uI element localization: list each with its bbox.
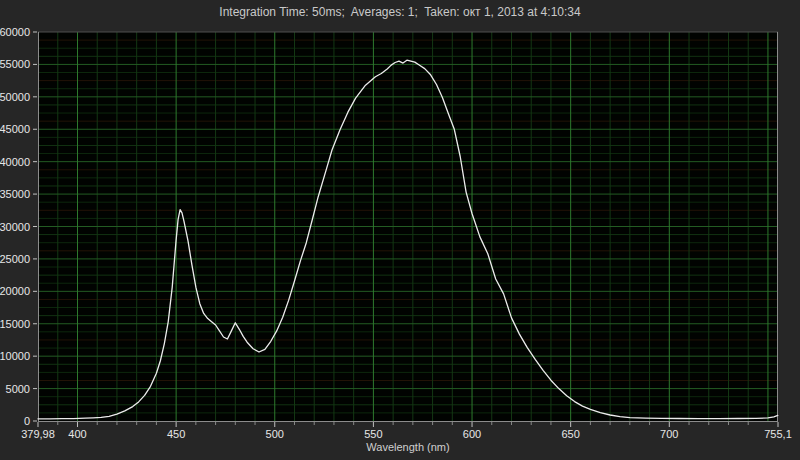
x-tick-label: 379,98	[21, 428, 55, 440]
y-tick-label: 40000	[0, 156, 30, 168]
spectrometer-window: Integration Time: 50ms; Averages: 1; Tak…	[0, 0, 800, 460]
y-tick-label: 5000	[6, 383, 30, 395]
y-tick-label: 50000	[0, 91, 30, 103]
x-tick-label: 600	[463, 428, 481, 440]
x-tick-label: 400	[68, 428, 86, 440]
x-tick-label: 500	[266, 428, 284, 440]
y-tick-label: 10000	[0, 350, 30, 362]
spectrum-plot[interactable]: 379,98400450500550600650700755,105000100…	[0, 0, 800, 460]
y-tick-label: 25000	[0, 253, 30, 265]
x-axis-title: Wavelength (nm)	[366, 441, 449, 453]
y-tick-label: 30000	[0, 221, 30, 233]
x-tick-label: 450	[167, 428, 185, 440]
y-tick-label: 60000	[0, 26, 30, 38]
x-tick-label: 700	[660, 428, 678, 440]
x-tick-label: 755,1	[764, 428, 792, 440]
y-tick-label: 45000	[0, 123, 30, 135]
y-tick-label: 0	[24, 415, 30, 427]
y-tick-label: 35000	[0, 188, 30, 200]
y-tick-label: 15000	[0, 318, 30, 330]
acquisition-info-title: Integration Time: 50ms; Averages: 1; Tak…	[0, 5, 800, 19]
y-tick-label: 55000	[0, 58, 30, 70]
x-tick-label: 650	[561, 428, 579, 440]
y-tick-label: 20000	[0, 285, 30, 297]
x-tick-label: 550	[364, 428, 382, 440]
